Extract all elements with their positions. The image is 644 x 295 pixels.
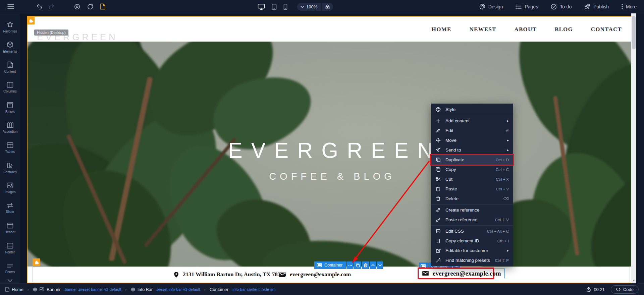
address-item[interactable]: 2131 William Barton Dr, Austin, TX 78746 bbox=[174, 267, 286, 283]
more-button[interactable]: More bbox=[622, 4, 637, 9]
envelope-icon bbox=[279, 273, 285, 277]
refresh-icon[interactable] bbox=[87, 4, 93, 10]
nav-home[interactable]: HOME bbox=[432, 26, 451, 33]
save-icon[interactable] bbox=[100, 3, 106, 10]
sidebar-item-forms[interactable]: Forms bbox=[0, 258, 20, 279]
hidden-element-marker-icon[interactable] bbox=[33, 258, 40, 266]
nav-newest[interactable]: NEWEST bbox=[469, 26, 496, 33]
container-toolbar-label[interactable]: Container bbox=[314, 261, 346, 269]
sidebar-item-images[interactable]: Images bbox=[0, 178, 20, 198]
tablet-view-icon[interactable] bbox=[272, 4, 277, 10]
duplicated-email-item[interactable]: evergreen@example.com bbox=[419, 269, 505, 278]
hero-title: EVERGREEN bbox=[28, 138, 633, 163]
sidebar-item-tables[interactable]: Tables bbox=[0, 138, 20, 158]
menu-item-add-content[interactable]: Add content ▸ bbox=[431, 116, 513, 126]
breadcrumb-container[interactable]: Container .info-bar-content .hide-sm bbox=[210, 287, 275, 292]
undo-icon[interactable] bbox=[36, 4, 42, 9]
sidebar-item-columns[interactable]: Columns bbox=[0, 77, 20, 98]
breadcrumb-info-bar[interactable]: Info Bar .preset-info-bar-v3-default bbox=[131, 287, 200, 292]
sidebar-item-features[interactable]: Features bbox=[0, 158, 20, 178]
editor-canvas: EVERGREEN Hidden (Desktop) HOME NEWEST A… bbox=[20, 13, 636, 283]
pencil-icon bbox=[436, 128, 441, 133]
zoom-dropdown[interactable]: 100% bbox=[297, 3, 321, 11]
desktop-view-icon[interactable] bbox=[258, 4, 265, 10]
toolbar-move-down-button[interactable] bbox=[377, 261, 383, 269]
menu-item-editable-for-customer[interactable]: Editable for customer ▸ bbox=[431, 246, 513, 255]
mobile-view-icon[interactable] bbox=[283, 4, 287, 10]
toolbar-duplicate-button[interactable] bbox=[354, 261, 361, 269]
menu-item-edit-css[interactable]: Edit CSS Ctrl + Alt + C bbox=[431, 226, 513, 236]
scrollbar-thumb[interactable] bbox=[632, 16, 636, 49]
kebab-icon bbox=[622, 4, 623, 9]
website-page: EVERGREEN Hidden (Desktop) HOME NEWEST A… bbox=[27, 16, 634, 283]
preview-icon[interactable] bbox=[74, 4, 80, 10]
menu-item-delete[interactable]: Delete ⌫ bbox=[431, 194, 513, 203]
address-text: 2131 William Barton Dr, Austin, TX 78746 bbox=[183, 271, 286, 278]
design-button[interactable]: Design bbox=[479, 4, 503, 10]
pages-button[interactable]: Pages bbox=[516, 4, 538, 9]
scrollbar-down-arrow-icon[interactable]: ▼ bbox=[631, 279, 636, 282]
menu-item-duplicate[interactable]: Duplicate Ctrl + D bbox=[431, 155, 513, 165]
globe-icon bbox=[33, 287, 37, 292]
nav-contact[interactable]: CONTACT bbox=[591, 26, 622, 33]
hidden-desktop-tooltip: Hidden (Desktop) bbox=[34, 30, 68, 36]
canvas-scrollbar[interactable]: ▼ bbox=[631, 13, 636, 283]
menu-item-create-reference[interactable]: Create reference bbox=[431, 205, 513, 215]
menu-item-paste-reference[interactable]: Paste reference Ctrl ⇧ V bbox=[431, 215, 513, 225]
breadcrumb-banner[interactable]: Banner .banner .preset-banner-v3-default bbox=[33, 287, 121, 292]
nav-blog[interactable]: BLOG bbox=[555, 26, 573, 33]
email-item[interactable]: evergreen@example.com bbox=[279, 267, 351, 283]
menu-item-copy-element-id[interactable]: Copy element ID Ctrl + I bbox=[431, 236, 513, 246]
breadcrumb-separator: › bbox=[203, 287, 207, 292]
menu-item-send-to[interactable]: Send to ▸ bbox=[431, 145, 513, 155]
sidebar-item-boxes[interactable]: Boxes bbox=[0, 98, 20, 118]
sidebar-item-favorites[interactable]: Favorites bbox=[0, 17, 20, 37]
code-button[interactable]: Code bbox=[611, 285, 639, 294]
stopwatch-icon bbox=[586, 287, 591, 292]
css-icon bbox=[436, 229, 441, 234]
sidebar-item-slider[interactable]: Slider bbox=[0, 198, 20, 218]
sidebar-item-accordion[interactable]: Accordion bbox=[0, 118, 20, 138]
menu-item-find-matching-presets[interactable]: Find matching presets Ctrl ⇧ P bbox=[431, 255, 513, 265]
menu-separator bbox=[431, 225, 513, 226]
menu-item-edit[interactable]: Edit ⏎ bbox=[431, 126, 513, 135]
hero-banner-photo: EVERGREEN COFFEE & BLOG bbox=[28, 42, 633, 267]
toolbar-move-up-button[interactable] bbox=[370, 261, 376, 269]
sidebar-scroll-down-icon[interactable] bbox=[8, 279, 12, 282]
sidebar-item-elements[interactable]: Elements bbox=[0, 37, 20, 57]
nav-about[interactable]: ABOUT bbox=[514, 26, 536, 33]
hidden-element-marker-icon[interactable] bbox=[27, 17, 35, 24]
sidebar-item-footer[interactable]: Footer bbox=[0, 238, 20, 258]
statusbar-right: 00:21 Code bbox=[586, 285, 639, 294]
move-icon bbox=[436, 138, 441, 143]
todo-button[interactable]: To-do bbox=[551, 4, 572, 10]
toolbar-more-button[interactable] bbox=[346, 261, 354, 269]
toolbar-delete-button[interactable] bbox=[362, 261, 369, 269]
zoom-lock-icon[interactable] bbox=[322, 3, 333, 11]
check-circle-icon bbox=[551, 4, 557, 10]
sidebar-item-header[interactable]: Header bbox=[0, 218, 20, 238]
topbar-actions: Design Pages To-do Publish More bbox=[479, 0, 637, 13]
menu-item-copy[interactable]: Copy Ctrl + C bbox=[431, 165, 513, 174]
zoom-level: 100% bbox=[306, 4, 317, 9]
publish-button[interactable]: Publish bbox=[584, 4, 609, 10]
more-label: More bbox=[626, 4, 637, 9]
menu-item-move[interactable]: Move ▸ bbox=[431, 135, 513, 145]
container-type-icon bbox=[317, 263, 322, 267]
breadcrumb-home[interactable]: Home bbox=[5, 287, 23, 292]
hamburger-menu-icon[interactable] bbox=[7, 4, 14, 9]
hero-subtitle: COFFEE & BLOG bbox=[28, 171, 633, 182]
list-icon bbox=[516, 4, 522, 9]
columns-icon bbox=[7, 82, 13, 88]
palette-icon bbox=[479, 4, 485, 10]
menu-item-style[interactable]: Style bbox=[431, 105, 513, 114]
container-toolbar: Container bbox=[314, 261, 383, 269]
cube-icon bbox=[7, 41, 13, 48]
menu-item-paste[interactable]: Paste Ctrl + V bbox=[431, 184, 513, 194]
topbar-left-group bbox=[0, 3, 106, 10]
sidebar-item-content[interactable]: Content bbox=[0, 57, 20, 77]
send-icon bbox=[436, 148, 441, 153]
menu-item-cut[interactable]: Cut Ctrl + X bbox=[431, 174, 513, 184]
redo-icon[interactable] bbox=[48, 4, 54, 9]
context-menu: Style Add content ▸ Edit ⏎ Move ▸ bbox=[431, 104, 513, 266]
